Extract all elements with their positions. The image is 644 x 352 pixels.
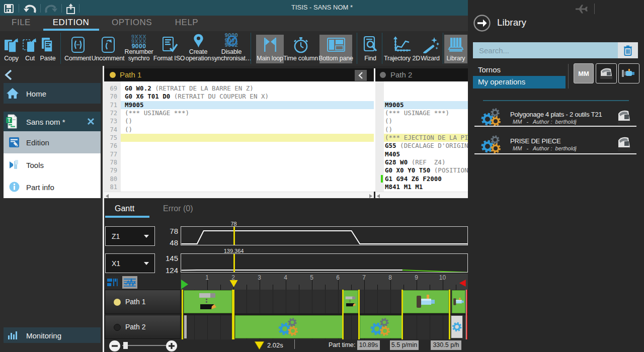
menu-options[interactable]: OPTIONS <box>109 18 154 30</box>
code-line[interactable] <box>121 183 374 191</box>
uncomment-button[interactable]: Uncomment <box>92 35 124 63</box>
filter-my-operations[interactable]: My operations <box>473 76 566 89</box>
filter-tornos[interactable]: Tornos <box>478 65 501 74</box>
sidebar-item-home[interactable]: Home <box>4 83 101 104</box>
scroll-left-arrow[interactable] <box>377 194 380 198</box>
sidebar-item-monitoring[interactable]: Monitoring <box>4 327 101 343</box>
zoom-in-button[interactable] <box>166 340 178 352</box>
gantt-chart[interactable] <box>181 290 468 339</box>
gantt-start-marker[interactable] <box>181 280 188 289</box>
library-button[interactable]: Library <box>444 35 467 63</box>
unit-mm-button[interactable]: MM <box>574 63 594 83</box>
code-line[interactable] <box>121 142 374 150</box>
cut-button[interactable]: Cut <box>21 35 39 63</box>
code-line[interactable]: M9005 <box>121 101 374 109</box>
code-line[interactable]: G55 (DECALAGE D'ORIGIN <box>384 142 468 150</box>
code-line[interactable]: M9005 <box>384 101 468 109</box>
save-icon[interactable] <box>4 4 14 13</box>
code-line[interactable]: (*** USINAGE ***) <box>121 109 374 117</box>
library-item[interactable]: PRISE DE PIECE MM - Author : bertholdj <box>468 128 644 154</box>
code-line[interactable] <box>384 93 468 101</box>
scroll-left-arrow[interactable] <box>106 194 109 198</box>
nav-item-part-info[interactable]: Part info <box>4 176 101 198</box>
create-operation-button[interactable]: Create operation <box>182 35 214 63</box>
machine-filter-button[interactable] <box>596 63 617 83</box>
copy-button[interactable]: Copy <box>1 35 22 63</box>
path2-operation-block[interactable] <box>360 315 403 338</box>
path2-operation-block[interactable] <box>184 315 187 338</box>
code-line[interactable] <box>384 84 468 93</box>
path1-horizontal-scrollbar[interactable] <box>104 192 374 198</box>
path1-operation-block[interactable] <box>184 290 232 313</box>
code-line[interactable]: () <box>121 126 374 134</box>
tool-filter-button[interactable] <box>618 63 639 83</box>
chart-cursor-line[interactable] <box>233 227 235 245</box>
undo-icon[interactable] <box>23 4 37 14</box>
code-line[interactable] <box>121 166 374 174</box>
back-chevron-icon[interactable] <box>5 70 12 80</box>
code-line[interactable]: G28 W0 (REF Z4) <box>384 158 468 166</box>
axis-selector-x1[interactable]: X1 <box>105 253 155 273</box>
format-iso-button[interactable]: Format ISO <box>154 35 184 63</box>
airplane-icon[interactable] <box>575 3 588 14</box>
x1-axis-chart[interactable] <box>181 253 468 273</box>
nav-item-edition[interactable]: Edition <box>4 131 101 153</box>
gantt-cursor-marker[interactable] <box>230 280 238 287</box>
code-line[interactable]: () <box>121 117 374 125</box>
path2-code-editor[interactable]: M9005(*** USINAGE ***)()()(*** EJECTION … <box>384 81 468 192</box>
gantt-cursor-line[interactable] <box>233 290 235 339</box>
redo-icon[interactable] <box>44 4 58 14</box>
path1-code-editor[interactable]: G0 W0.2 (RETRAIT DE LA BARRE EN Z)G0 X6 … <box>121 81 374 192</box>
path1-operation-block[interactable] <box>343 290 358 313</box>
tab-gantt[interactable]: Gantt <box>115 204 134 213</box>
code-line[interactable]: G0 X0 Y0 T50 (POSITION <box>384 166 468 174</box>
menu-help[interactable]: HELP <box>167 18 207 30</box>
menu-file[interactable]: FILE <box>5 18 37 30</box>
code-line[interactable]: () <box>384 117 468 125</box>
export-icon[interactable] <box>66 4 75 14</box>
find-button[interactable]: Find <box>358 35 382 63</box>
renumber-synchro-button[interactable]: 9XXX9XXX9000 Renumber synchro <box>123 35 155 63</box>
code-line[interactable] <box>121 134 374 142</box>
zoom-slider-track[interactable] <box>122 345 166 346</box>
code-line[interactable]: G0 W0.2 (RETRAIT DE LA BARRE EN Z) <box>121 84 374 93</box>
code-line[interactable] <box>121 150 374 158</box>
wizard-button[interactable]: Wizard <box>419 35 441 63</box>
z1-axis-chart[interactable] <box>181 226 468 245</box>
gantt-row-label-path1[interactable]: Path 1 <box>105 290 181 314</box>
nav-item-tools[interactable]: Tools <box>4 154 101 176</box>
code-line[interactable] <box>121 175 374 183</box>
code-line[interactable] <box>121 158 374 166</box>
arrow-right-circle-icon[interactable] <box>473 15 491 32</box>
path1-operation-block[interactable] <box>452 290 465 313</box>
scroll-right-arrow[interactable] <box>369 194 372 198</box>
code-line[interactable]: M405 <box>384 150 468 158</box>
collapse-pane-button[interactable] <box>355 70 367 81</box>
code-line[interactable]: (*** USINAGE ***) <box>384 109 468 117</box>
menu-edition[interactable]: EDITION <box>48 18 94 30</box>
code-line[interactable]: G1 G94 Z6 F2000 <box>384 175 468 183</box>
code-line[interactable]: (*** EJECTION DE LA PI <box>384 134 468 142</box>
comment-button[interactable]: Comment <box>64 35 92 63</box>
code-line[interactable]: G0 X6 T01 D0 (RETRAIT DU COUPEUR EN X) <box>121 93 374 101</box>
tab-error[interactable]: Error (0) <box>163 204 193 213</box>
gantt-end-marker[interactable] <box>459 280 466 287</box>
zoom-slider-handle[interactable] <box>123 342 128 349</box>
library-item[interactable]: Polygonage 4 plats - 2 outils T21 MM - A… <box>468 102 644 127</box>
disable-synchronisation-button[interactable]: 900090019002 Disable synchronisat… <box>212 35 251 63</box>
path2-horizontal-scrollbar[interactable] <box>375 192 468 198</box>
path1-operation-block[interactable] <box>403 290 449 313</box>
close-icon[interactable] <box>87 118 95 125</box>
trajectory-2d-button[interactable]: Trajectory 2D <box>384 35 420 63</box>
clear-search-button[interactable] <box>618 42 638 58</box>
chart-cursor-line[interactable] <box>233 254 235 273</box>
search-input[interactable]: Search... <box>473 42 618 58</box>
main-loop-button[interactable]: Main loop <box>256 35 284 63</box>
sidebar-document-tab[interactable]: T Sans nom * <box>4 112 101 131</box>
axis-selector-z1[interactable]: Z1 <box>105 226 155 246</box>
code-line[interactable]: M841 M1 M1 <box>384 183 468 191</box>
path2-operation-block[interactable] <box>451 315 463 338</box>
code-line[interactable]: () <box>384 126 468 134</box>
time-column-button[interactable]: Time column <box>284 35 317 63</box>
bottom-pane-button[interactable]: Bottom pane <box>319 35 352 63</box>
